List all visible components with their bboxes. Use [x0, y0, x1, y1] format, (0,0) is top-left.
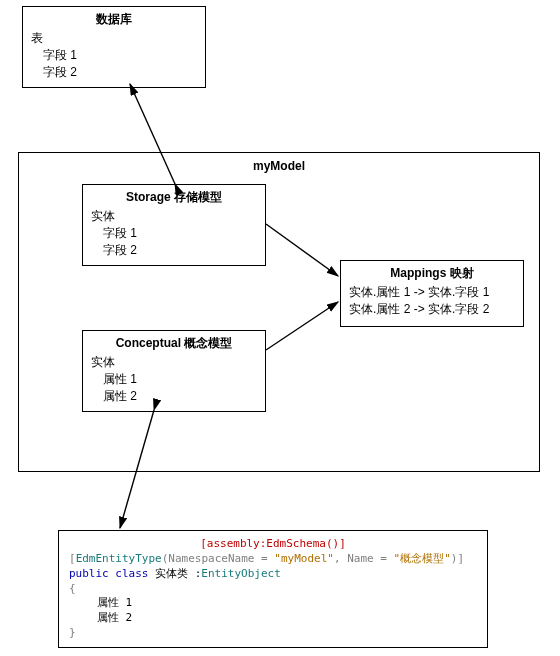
mappings-body: 实体.属性 1 -> 实体.字段 1 实体.属性 2 -> 实体.字段 2 — [341, 284, 523, 326]
code-brace-close: } — [69, 626, 477, 641]
storage-entity: 实体 — [91, 208, 257, 225]
code-attr-p1k: (NamespaceName = — [162, 552, 275, 565]
storage-box: Storage 存储模型 实体 字段 1 字段 2 — [82, 184, 266, 266]
code-attr-open: [ — [69, 552, 76, 565]
mappings-line1: 实体.属性 1 -> 实体.字段 1 — [349, 284, 515, 301]
conceptual-prop1: 属性 1 — [91, 371, 257, 388]
mappings-title: Mappings 映射 — [341, 261, 523, 284]
code-attr-sep: , Name = — [334, 552, 394, 565]
code-attr-p1v: "myModel" — [274, 552, 334, 565]
storage-field1: 字段 1 — [91, 225, 257, 242]
conceptual-prop2: 属性 2 — [91, 388, 257, 405]
storage-body: 实体 字段 1 字段 2 — [83, 208, 265, 265]
mappings-box: Mappings 映射 实体.属性 1 -> 实体.字段 1 实体.属性 2 -… — [340, 260, 524, 327]
code-brace-open: { — [69, 582, 477, 597]
code-attr-line: [EdmEntityType(NamespaceName = "myModel"… — [69, 552, 477, 567]
conceptual-title: Conceptual 概念模型 — [83, 331, 265, 354]
database-field1: 字段 1 — [31, 47, 197, 64]
database-table: 表 — [31, 30, 197, 47]
code-assembly-attr: [assembly:EdmSchema()] — [200, 537, 346, 550]
conceptual-box: Conceptual 概念模型 实体 属性 1 属性 2 — [82, 330, 266, 412]
code-class-line: public class 实体类 :EntityObject — [69, 567, 477, 582]
conceptual-body: 实体 属性 1 属性 2 — [83, 354, 265, 411]
code-public-kw: public — [69, 567, 115, 580]
conceptual-entity: 实体 — [91, 354, 257, 371]
code-assembly-line: [assembly:EdmSchema()] — [69, 537, 477, 552]
code-class-base: EntityObject — [201, 567, 280, 580]
mappings-line2: 实体.属性 2 -> 实体.字段 2 — [349, 301, 515, 318]
storage-title: Storage 存储模型 — [83, 185, 265, 208]
mymodel-title: myModel — [19, 153, 539, 173]
code-attr-p2v: "概念模型" — [394, 552, 451, 565]
code-class-kw: class — [115, 567, 155, 580]
database-box: 数据库 表 字段 1 字段 2 — [22, 6, 206, 88]
database-title: 数据库 — [23, 7, 205, 30]
diagram-canvas: 数据库 表 字段 1 字段 2 myModel Storage 存储模型 实体 … — [0, 0, 560, 656]
code-body2: 属性 2 — [69, 611, 477, 626]
code-box: [assembly:EdmSchema()] [EdmEntityType(Na… — [58, 530, 488, 648]
database-field2: 字段 2 — [31, 64, 197, 81]
database-body: 表 字段 1 字段 2 — [23, 30, 205, 87]
code-body1: 属性 1 — [69, 596, 477, 611]
code-attr-type: EdmEntityType — [76, 552, 162, 565]
storage-field2: 字段 2 — [91, 242, 257, 259]
code-attr-close: )] — [451, 552, 464, 565]
code-class-name: 实体类 — [155, 567, 195, 580]
